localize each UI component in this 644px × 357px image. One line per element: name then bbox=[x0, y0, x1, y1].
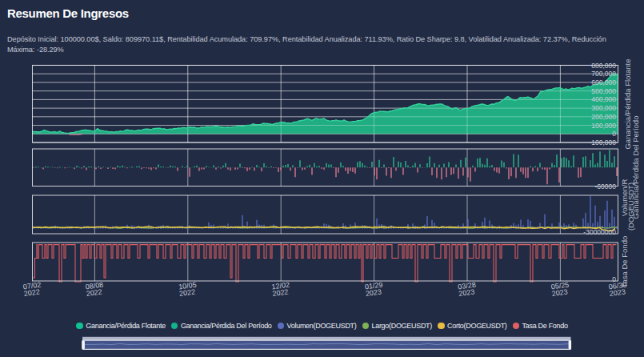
svg-text:2023: 2023 bbox=[609, 287, 626, 298]
svg-text:2022: 2022 bbox=[272, 287, 289, 298]
svg-text:2022: 2022 bbox=[86, 287, 102, 298]
svg-text:-30000000: -30000000 bbox=[583, 228, 616, 236]
svg-text:600,000: 600,000 bbox=[591, 78, 616, 86]
svg-text:400,000: 400,000 bbox=[591, 95, 616, 103]
svg-text:-100,000: -100,000 bbox=[589, 138, 616, 146]
svg-text:800,000: 800,000 bbox=[591, 62, 616, 70]
svg-text:-60000: -60000 bbox=[595, 183, 617, 191]
svg-text:2022: 2022 bbox=[178, 287, 195, 298]
svg-text:2023: 2023 bbox=[365, 287, 382, 298]
svg-text:200,000: 200,000 bbox=[591, 113, 616, 121]
svg-text:Ganancia/Pérdida Flotante: Ganancia/Pérdida Flotante bbox=[623, 58, 632, 149]
svg-text:300,000: 300,000 bbox=[591, 104, 616, 112]
svg-text:2022: 2022 bbox=[23, 287, 40, 298]
svg-text:Tasa De Fondo: Tasa De Fondo bbox=[620, 236, 629, 287]
svg-text:2023: 2023 bbox=[458, 287, 475, 298]
svg-text:100,000: 100,000 bbox=[591, 122, 616, 130]
svg-text:700,000: 700,000 bbox=[591, 70, 616, 78]
svg-text:2023: 2023 bbox=[551, 287, 568, 298]
svg-text:500,000: 500,000 bbox=[591, 87, 616, 95]
svg-text:0: 0 bbox=[612, 130, 616, 138]
svg-text:(DOGEUSDT): (DOGEUSDT) bbox=[626, 183, 635, 231]
